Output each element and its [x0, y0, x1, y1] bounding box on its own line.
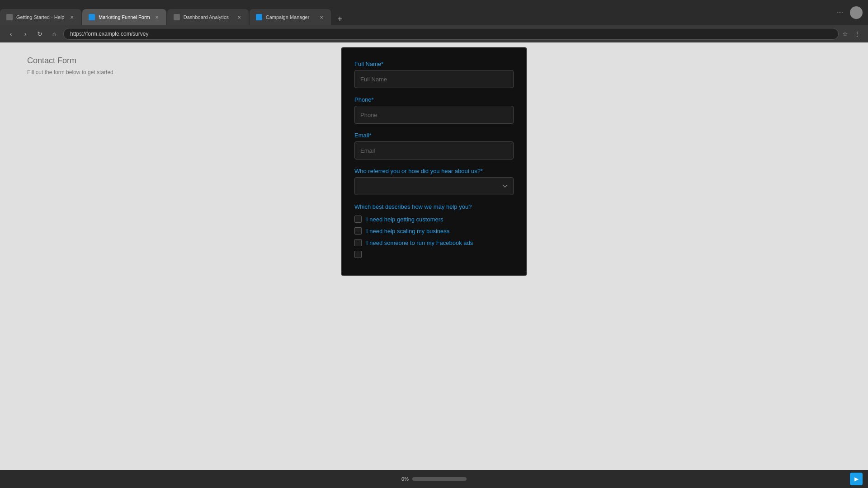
referral-select[interactable]: Friend / Referral Google Search Facebook… [354, 177, 514, 195]
tab-3-close[interactable]: ✕ [236, 14, 242, 20]
email-label: Email* [354, 132, 514, 139]
forward-button[interactable]: › [20, 28, 31, 39]
tab-4-title: Campaign Manager [266, 14, 315, 20]
email-group: Email* [354, 132, 514, 160]
checkbox-item-4 [354, 251, 514, 258]
play-button[interactable]: ▶ [850, 473, 863, 485]
tab-2-favicon [89, 14, 95, 20]
checkbox-customers-label[interactable]: I need help getting customers [366, 216, 443, 223]
browser-chrome: Getting Started - Help ✕ Marketing Funne… [0, 0, 868, 25]
tab-2[interactable]: Marketing Funnel Form ✕ [82, 9, 166, 25]
profile-avatar[interactable] [850, 6, 863, 19]
tab-4-close[interactable]: ✕ [318, 14, 325, 20]
checkbox-facebook-ads-label[interactable]: I need someone to run my Facebook ads [366, 239, 473, 246]
full-name-label: Full Name* [354, 61, 514, 67]
checkbox-customers[interactable] [354, 216, 362, 223]
tab-1-title: Getting Started - Help [16, 14, 65, 20]
phone-input[interactable] [354, 106, 514, 124]
referral-group: Who referred you or how did you hear abo… [354, 168, 514, 195]
page-content: Contact Form Fill out the form below to … [0, 42, 868, 470]
tab-2-close[interactable]: ✕ [154, 14, 160, 20]
help-question: Which best describes how we may help you… [354, 203, 514, 210]
progress-bar-background [412, 477, 467, 481]
help-options-group: Which best describes how we may help you… [354, 203, 514, 258]
tab-2-title: Marketing Funnel Form [99, 14, 150, 20]
checkbox-item-1: I need help getting customers [354, 216, 514, 223]
minimize-button[interactable]: ⋯ [834, 6, 846, 19]
tab-1[interactable]: Getting Started - Help ✕ [0, 9, 81, 25]
checkbox-item-3: I need someone to run my Facebook ads [354, 239, 514, 246]
tab-1-favicon [6, 14, 13, 20]
email-input[interactable] [354, 141, 514, 160]
form-card: Full Name* Phone* Email* Who referred yo… [341, 47, 527, 276]
progress-container: 0% [401, 476, 467, 482]
checkbox-scaling-label[interactable]: I need help scaling my business [366, 228, 449, 235]
checkbox-facebook-ads[interactable] [354, 239, 362, 246]
tab-1-close[interactable]: ✕ [69, 14, 75, 20]
tab-4-favicon [256, 14, 262, 20]
address-bar-input[interactable] [63, 28, 839, 40]
progress-label: 0% [401, 476, 409, 482]
phone-label: Phone* [354, 96, 514, 103]
back-button[interactable]: ‹ [5, 28, 16, 39]
address-bar-row: ‹ › ↻ ⌂ ☆ ⋮ [0, 25, 868, 42]
browser-tabs: Getting Started - Help ✕ Marketing Funne… [0, 0, 828, 25]
background-content: Contact Form Fill out the form below to … [27, 56, 113, 75]
reload-button[interactable]: ↻ [34, 28, 45, 39]
bookmark-icon[interactable]: ☆ [842, 30, 848, 38]
tab-3-title: Dashboard Analytics [184, 14, 232, 20]
checkbox-other[interactable] [354, 251, 362, 258]
tab-3[interactable]: Dashboard Analytics ✕ [167, 9, 249, 25]
referral-label: Who referred you or how did you hear abo… [354, 168, 514, 174]
tab-4[interactable]: Campaign Manager ✕ [250, 9, 331, 25]
browser-controls: ⋯ [828, 6, 868, 19]
phone-group: Phone* [354, 96, 514, 124]
full-name-input[interactable] [354, 70, 514, 88]
settings-icon[interactable]: ⋮ [852, 28, 863, 39]
add-tab-button[interactable]: + [334, 13, 346, 25]
checkbox-item-2: I need help scaling my business [354, 227, 514, 235]
home-button[interactable]: ⌂ [49, 28, 60, 39]
bottom-bar: 0% ▶ [0, 470, 868, 488]
tab-3-favicon [174, 14, 180, 20]
checkbox-scaling[interactable] [354, 227, 362, 235]
full-name-group: Full Name* [354, 61, 514, 88]
